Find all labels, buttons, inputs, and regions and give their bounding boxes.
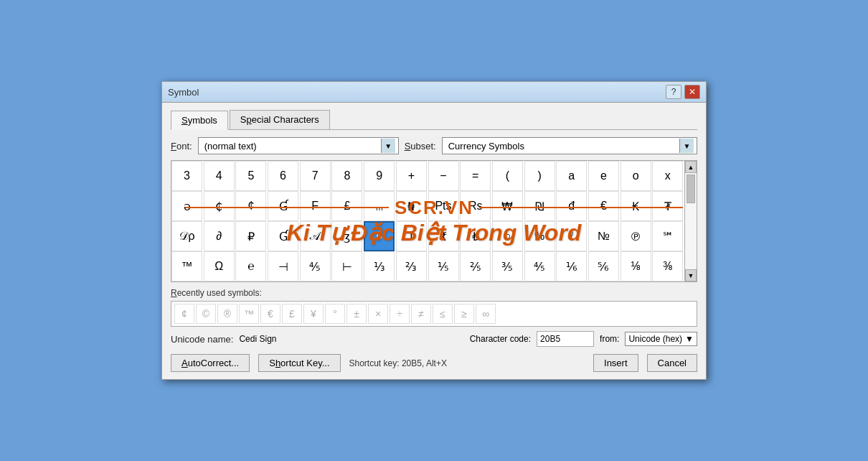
symbol-cell[interactable]: ) xyxy=(524,161,555,191)
symbol-cell[interactable]: ₵ xyxy=(204,191,235,221)
symbol-cell[interactable]: ℮ xyxy=(235,251,266,281)
tab-special-characters[interactable]: Special Characters xyxy=(230,110,330,129)
symbol-cell[interactable]: ⅖ xyxy=(460,251,491,281)
recent-symbol[interactable]: ¥ xyxy=(303,304,324,324)
symbol-cell[interactable]: 7 xyxy=(300,161,331,191)
symbol-cell[interactable]: ə xyxy=(171,191,202,221)
from-arrow[interactable]: ▼ xyxy=(685,334,694,344)
symbol-cell[interactable]: ⅜ xyxy=(652,251,683,281)
from-select[interactable]: Unicode (hex) ▼ xyxy=(625,332,697,346)
symbol-cell[interactable]: ℓ xyxy=(556,221,587,251)
symbol-cell[interactable]: ⅗ xyxy=(492,251,523,281)
font-row: Font: (normal text) ▼ Subset: Currency S… xyxy=(171,137,697,154)
symbol-cell[interactable]: ⅔ xyxy=(396,251,427,281)
recent-symbol[interactable]: ® xyxy=(217,304,237,324)
symbol-cell[interactable]: 4 xyxy=(204,161,235,191)
symbol-cell[interactable]: ⅙ xyxy=(556,251,587,281)
symbol-cell[interactable]: ⅘ xyxy=(524,251,555,281)
symbol-cell[interactable]: ₪ xyxy=(524,191,555,221)
help-button[interactable]: ? xyxy=(666,85,681,99)
symbol-cell[interactable]: 3 xyxy=(171,161,202,191)
symbol-cell[interactable]: № xyxy=(588,221,619,251)
symbol-cell[interactable]: 𝒟ρ xyxy=(171,221,202,251)
symbol-cell[interactable]: £ xyxy=(331,191,362,221)
symbol-cell[interactable]: ™ xyxy=(171,251,202,281)
symbol-cell[interactable]: ⅚ xyxy=(588,251,619,281)
symbol-cell[interactable]: Ɠ xyxy=(268,221,298,251)
symbol-cell[interactable]: ₘ xyxy=(364,191,395,221)
recent-symbol[interactable]: ≠ xyxy=(411,304,431,324)
symbol-cell[interactable]: ₽ xyxy=(235,221,266,251)
recent-symbol[interactable]: £ xyxy=(282,304,302,324)
symbol-cell[interactable]: 5 xyxy=(235,161,266,191)
symbol-cell[interactable]: % xyxy=(524,221,555,251)
recent-symbol[interactable]: ≤ xyxy=(433,304,453,324)
symbol-cell[interactable]: ₹ xyxy=(428,221,459,251)
symbol-cell[interactable]: ⊣ xyxy=(268,251,298,281)
scroll-up-button[interactable]: ▲ xyxy=(685,161,697,173)
symbol-cell[interactable]: − xyxy=(428,161,459,191)
symbol-cell[interactable]: x xyxy=(652,161,683,191)
symbol-cell[interactable]: = xyxy=(460,161,491,191)
symbol-cell[interactable]: 9 xyxy=(364,161,395,191)
symbol-cell[interactable]: F xyxy=(300,191,331,221)
symbol-cell[interactable]: ₩ xyxy=(492,191,523,221)
scrollbar[interactable]: ▲ ▼ xyxy=(684,161,697,281)
cancel-button[interactable]: Cancel xyxy=(647,354,697,372)
recent-symbol[interactable]: ÷ xyxy=(390,304,410,324)
recent-symbol[interactable]: × xyxy=(368,304,388,324)
symbol-cell[interactable]: ₺ xyxy=(460,221,491,251)
recent-symbol[interactable]: € xyxy=(260,304,280,324)
recent-symbol[interactable]: ° xyxy=(325,304,345,324)
tab-symbols[interactable]: Symbols xyxy=(171,111,228,130)
symbol-cell[interactable]: ₭ xyxy=(621,191,651,221)
symbol-cell[interactable]: đ xyxy=(556,191,587,221)
symbol-cell[interactable]: a xyxy=(556,161,587,191)
recent-symbol[interactable]: ™ xyxy=(239,304,259,324)
symbol-cell[interactable]: € xyxy=(588,191,619,221)
symbol-cell[interactable]: ₮ xyxy=(652,191,683,221)
close-button[interactable]: ✕ xyxy=(684,85,700,99)
symbol-cell[interactable]: Pts xyxy=(428,191,459,221)
font-dropdown-arrow[interactable]: ▼ xyxy=(381,139,395,153)
recent-symbol[interactable]: ± xyxy=(346,304,367,324)
recent-symbol[interactable]: © xyxy=(196,304,216,324)
scroll-thumb[interactable] xyxy=(687,174,695,203)
font-select[interactable]: (normal text) ▼ xyxy=(198,137,399,154)
recent-symbol[interactable]: ≥ xyxy=(454,304,474,324)
symbol-cell[interactable]: ʒ xyxy=(331,221,362,251)
scroll-down-button[interactable]: ▼ xyxy=(685,269,697,281)
autocorrect-button[interactable]: AutoCorrect... xyxy=(171,354,250,372)
symbol-cell[interactable]: Rs xyxy=(460,191,491,221)
symbol-cell[interactable]: ⅓ xyxy=(364,251,395,281)
symbol-cell[interactable]: 𝒜 xyxy=(300,221,331,251)
recent-symbol[interactable]: ∞ xyxy=(476,304,496,324)
symbol-cell[interactable]: o xyxy=(621,161,651,191)
symbol-cell[interactable]: ⅘ xyxy=(300,251,331,281)
symbol-cell[interactable]: ○ xyxy=(492,221,523,251)
symbol-cell[interactable]: Ω xyxy=(204,251,235,281)
subset-dropdown-arrow[interactable]: ▼ xyxy=(679,139,694,153)
symbol-cell[interactable]: ¢ xyxy=(235,191,266,221)
symbol-cell[interactable]: ( xyxy=(492,161,523,191)
subset-select[interactable]: Currency Symbols ▼ xyxy=(442,137,697,154)
symbol-cell[interactable]: e xyxy=(588,161,619,191)
character-code-input[interactable] xyxy=(537,331,594,347)
insert-button[interactable]: Insert xyxy=(593,354,638,372)
symbol-cell[interactable]: T xyxy=(396,221,427,251)
symbol-cell[interactable]: Ɠ xyxy=(268,191,298,221)
symbol-cell-selected[interactable]: ¢ xyxy=(364,221,395,251)
symbol-cell[interactable]: ∂ xyxy=(204,221,235,251)
symbol-cell[interactable]: ⊢ xyxy=(331,251,362,281)
symbol-cell[interactable]: ₦ xyxy=(396,191,427,221)
symbol-cell[interactable]: 6 xyxy=(268,161,298,191)
symbol-cell[interactable]: ⅛ xyxy=(621,251,651,281)
symbol-cell[interactable]: ⅕ xyxy=(428,251,459,281)
recent-symbol[interactable]: ¢ xyxy=(174,304,194,324)
symbol-cell[interactable]: 8 xyxy=(331,161,362,191)
shortcut-key-button[interactable]: Shortcut Key... xyxy=(258,354,340,372)
symbol-cell[interactable]: ℠ xyxy=(652,221,683,251)
symbol-cell[interactable]: + xyxy=(396,161,427,191)
symbol-cell[interactable]: ℗ xyxy=(621,221,651,251)
shortcut-text: Shortcut key: 20B5, Alt+X xyxy=(349,358,447,368)
